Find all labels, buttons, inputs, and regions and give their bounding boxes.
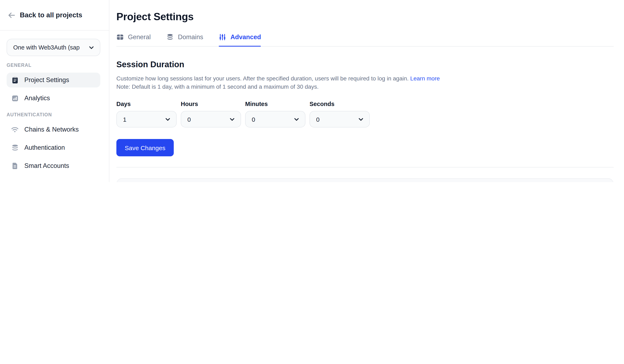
page-title: Project Settings bbox=[116, 11, 614, 23]
sidebar-item-chains-networks[interactable]: Chains & Networks bbox=[7, 122, 100, 137]
sidebar-item-label: Smart Accounts bbox=[24, 162, 69, 170]
back-label: Back to all projects bbox=[20, 11, 82, 19]
tab-label: Advanced bbox=[231, 33, 261, 41]
seconds-label: Seconds bbox=[310, 101, 370, 107]
bar-chart-icon bbox=[11, 94, 19, 102]
settings-cards: Test Accounts Enabling this option permi… bbox=[116, 178, 614, 182]
days-field: Days 1 bbox=[116, 101, 177, 127]
sidebar-item-label: Authentication bbox=[24, 144, 65, 151]
hours-value: 0 bbox=[187, 116, 191, 123]
hours-label: Hours bbox=[181, 101, 241, 107]
sidebar-item-project-settings[interactable]: Project Settings bbox=[7, 73, 100, 87]
tab-bar: General Domains Advanced bbox=[116, 33, 614, 47]
session-learn-more-link[interactable]: Learn more bbox=[410, 75, 440, 82]
sidebar-item-label: Project Settings bbox=[24, 76, 69, 84]
chevron-down-icon bbox=[358, 116, 364, 122]
project-selector[interactable]: One with Web3Auth (sap bbox=[7, 39, 100, 56]
seconds-field: Seconds 0 bbox=[310, 101, 370, 127]
days-select[interactable]: 1 bbox=[116, 111, 177, 127]
sidebar-item-label: Analytics bbox=[24, 95, 50, 102]
session-duration-title: Session Duration bbox=[116, 60, 614, 69]
table-grid-icon bbox=[116, 33, 124, 41]
database-icon bbox=[166, 33, 174, 41]
database-icon bbox=[11, 144, 19, 152]
duration-fields: Days 1 Hours 0 Minutes 0 bbox=[116, 101, 614, 127]
sidebar: Back to all projects One with Web3Auth (… bbox=[0, 0, 109, 182]
sliders-icon bbox=[219, 33, 226, 41]
hours-field: Hours 0 bbox=[181, 101, 241, 127]
minutes-label: Minutes bbox=[245, 101, 305, 107]
minutes-field: Minutes 0 bbox=[245, 101, 305, 127]
test-accounts-card: Test Accounts Enabling this option permi… bbox=[116, 178, 614, 182]
days-label: Days bbox=[116, 101, 177, 107]
back-button[interactable]: Back to all projects bbox=[0, 0, 109, 30]
app-window: Back to all projects One with Web3Auth (… bbox=[0, 0, 624, 182]
section-divider bbox=[116, 167, 614, 168]
back-arrow-icon bbox=[7, 11, 16, 20]
sidebar-item-label: Chains & Networks bbox=[24, 126, 79, 133]
minutes-value: 0 bbox=[252, 116, 255, 123]
save-changes-button[interactable]: Save Changes bbox=[116, 139, 174, 156]
seconds-select[interactable]: 0 bbox=[310, 111, 370, 127]
file-icon bbox=[11, 162, 19, 170]
tab-label: General bbox=[128, 33, 151, 41]
sidebar-item-analytics[interactable]: Analytics bbox=[7, 91, 100, 106]
seconds-value: 0 bbox=[316, 116, 320, 123]
tab-advanced[interactable]: Advanced bbox=[219, 33, 261, 46]
wifi-icon bbox=[11, 125, 19, 134]
tab-domains[interactable]: Domains bbox=[166, 33, 203, 46]
minutes-select[interactable]: 0 bbox=[245, 111, 305, 127]
chevron-down-icon bbox=[229, 116, 235, 122]
tab-label: Domains bbox=[178, 33, 203, 41]
session-description-text: Customize how long sessions last for you… bbox=[116, 75, 409, 82]
section-label-general: GENERAL bbox=[7, 63, 100, 68]
clipboard-icon bbox=[11, 76, 19, 84]
sidebar-item-smart-accounts[interactable]: Smart Accounts bbox=[7, 158, 100, 173]
days-value: 1 bbox=[123, 116, 127, 123]
sidebar-item-authentication[interactable]: Authentication bbox=[7, 140, 100, 155]
session-duration-description: Customize how long sessions last for you… bbox=[116, 75, 614, 91]
chevron-down-icon bbox=[293, 116, 300, 122]
main-content: Project Settings General Domains bbox=[109, 0, 624, 182]
tab-general[interactable]: General bbox=[116, 33, 151, 46]
chevron-down-icon bbox=[88, 44, 95, 50]
project-selector-value: One with Web3Auth (sap bbox=[13, 44, 88, 51]
hours-select[interactable]: 0 bbox=[181, 111, 241, 127]
session-note: Note: Default is 1 day, with a minimum o… bbox=[116, 83, 614, 91]
section-label-authentication: AUTHENTICATION bbox=[7, 112, 100, 117]
chevron-down-icon bbox=[165, 116, 171, 122]
